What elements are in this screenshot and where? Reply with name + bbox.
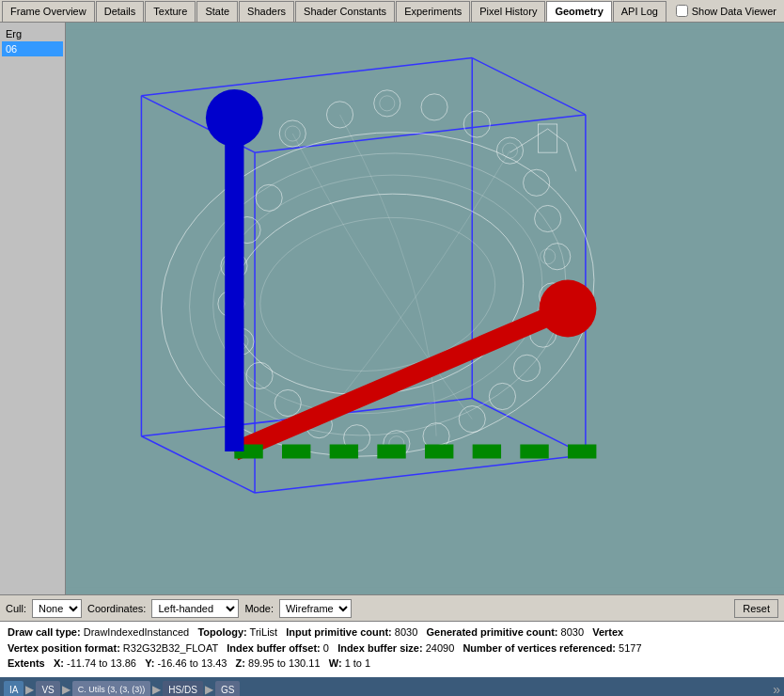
sidebar-item[interactable]: 06: [2, 41, 63, 56]
info-bar: Draw call type: DrawIndexedInstanced Top…: [0, 621, 784, 677]
pipeline-stage-hs-ds[interactable]: HS/DS: [163, 681, 203, 696]
input-primitive-label: Input primitive count:: [286, 626, 391, 638]
tab-details[interactable]: Details: [96, 1, 145, 22]
info-line-2: Vertex position format: R32G32B32_FLOAT …: [8, 641, 776, 656]
info-line-3: Extents X: -11.74 to 13.86 Y: -16.46 to …: [8, 656, 776, 672]
sidebar: Erg 06: [0, 23, 66, 594]
tab-pixel-history[interactable]: Pixel History: [471, 1, 545, 22]
pipeline-stage-c-utils[interactable]: C. Utils (3, (3, (3)): [72, 681, 151, 696]
vertex-position-label: Vertex: [592, 626, 623, 638]
extents-y-value: -16.46 to 13.43: [157, 657, 227, 669]
generated-primitive-label: Generated primitive count:: [426, 626, 557, 638]
index-buffer-offset-label: Index buffer offset:: [227, 642, 321, 654]
main-content: Erg 06: [0, 23, 784, 594]
topology-value: TriList: [250, 626, 278, 638]
num-vertices-label: Number of vertices referenced:: [463, 642, 616, 654]
extents-z-label: Z:: [236, 657, 245, 669]
controls-bar: Cull: None Front Back Coordinates: Left-…: [0, 594, 784, 621]
pipeline-stage-ia[interactable]: IA: [4, 681, 24, 696]
index-buffer-size-label: Index buffer size:: [337, 642, 422, 654]
cull-label: Cull:: [6, 603, 26, 614]
arrow-4: ▶: [205, 683, 213, 696]
svg-point-54: [540, 280, 597, 338]
extents-w-label: W:: [329, 657, 342, 669]
num-vertices-value: 5177: [619, 642, 641, 654]
extents-w-value: 1 to 1: [345, 657, 371, 669]
svg-point-57: [206, 89, 263, 147]
axes-indicator: [66, 23, 784, 594]
show-data-viewer-label: Show Data Viewer: [692, 6, 776, 17]
draw-call-type-value: DrawIndexedInstanced: [84, 626, 190, 638]
tab-state[interactable]: State: [196, 1, 238, 22]
index-buffer-offset-value: 0: [323, 642, 329, 654]
tab-texture[interactable]: Texture: [145, 1, 196, 22]
tab-geometry[interactable]: Geometry: [546, 1, 611, 22]
arrow-2: ▶: [62, 683, 71, 696]
mode-label: Mode:: [244, 603, 274, 614]
sidebar-label: Erg: [2, 26, 63, 41]
vertex-position-format-label: Vertex position format:: [8, 642, 120, 654]
coordinates-select[interactable]: Left-handed Right-handed: [151, 599, 239, 618]
index-buffer-size-value: 24090: [426, 642, 455, 654]
pipeline-stage-gs[interactable]: GS: [215, 681, 240, 696]
extents-x-value: -11.74 to 13.86: [67, 657, 136, 669]
show-data-viewer-checkbox[interactable]: [676, 5, 688, 17]
tab-experiments[interactable]: Experiments: [396, 1, 470, 22]
tab-shaders[interactable]: Shaders: [239, 1, 294, 22]
extents-y-label: Y:: [145, 657, 154, 669]
topology-label: Topology:: [197, 626, 246, 638]
arrow-1: ▶: [25, 683, 34, 696]
viewport[interactable]: [66, 23, 784, 594]
show-data-viewer-container: Show Data Viewer: [676, 5, 784, 17]
vertex-position-format-value: R32G32B32_FLOAT: [123, 642, 218, 654]
draw-call-type-label: Draw call type:: [8, 626, 81, 638]
tab-shader-constants[interactable]: Shader Constants: [295, 1, 395, 22]
cull-select[interactable]: None Front Back: [32, 599, 82, 618]
tab-api-log[interactable]: API Log: [613, 1, 666, 22]
extents-z-value: 89.95 to 130.11: [248, 657, 320, 669]
reset-button[interactable]: Reset: [734, 599, 778, 618]
coordinates-label: Coordinates:: [87, 603, 146, 614]
tab-frame-overview[interactable]: Frame Overview: [2, 1, 95, 22]
pipeline-expand-icon[interactable]: »: [773, 682, 780, 696]
arrow-3: ▶: [152, 683, 161, 696]
mode-select[interactable]: Wireframe Solid Overlay: [279, 599, 352, 618]
generated-primitive-value: 8030: [561, 626, 584, 638]
pipeline-bar: IA ▶ VS ▶ C. Utils (3, (3, (3)) ▶ HS/DS …: [0, 677, 784, 696]
pipeline-stage-vs[interactable]: VS: [36, 681, 59, 696]
tab-bar: Frame Overview Details Texture State Sha…: [0, 0, 784, 23]
extents-label: Extents: [8, 657, 45, 669]
svg-line-53: [234, 308, 568, 451]
extents-x-label: X:: [54, 657, 64, 669]
info-line-1: Draw call type: DrawIndexedInstanced Top…: [8, 625, 776, 641]
input-primitive-value: 8030: [395, 626, 417, 638]
